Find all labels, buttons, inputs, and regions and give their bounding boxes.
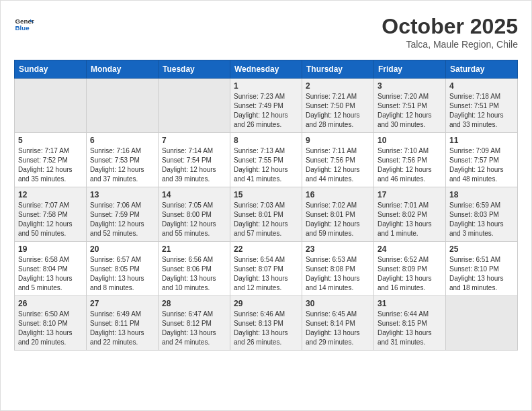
day-info: Sunrise: 7:03 AM Sunset: 8:01 PM Dayligh…: [234, 201, 298, 238]
day-number: 20: [90, 244, 154, 254]
day-number: 6: [90, 136, 154, 145]
calendar-cell: 23Sunrise: 6:53 AM Sunset: 8:08 PM Dayli…: [302, 242, 374, 296]
day-number: 23: [306, 244, 370, 254]
day-info: Sunrise: 6:49 AM Sunset: 8:11 PM Dayligh…: [90, 310, 154, 347]
calendar-week-row: 19Sunrise: 6:58 AM Sunset: 8:04 PM Dayli…: [15, 242, 518, 296]
calendar-cell: 13Sunrise: 7:06 AM Sunset: 7:59 PM Dayli…: [87, 187, 159, 242]
day-info: Sunrise: 6:57 AM Sunset: 8:05 PM Dayligh…: [90, 255, 154, 293]
calendar-week-row: 12Sunrise: 7:07 AM Sunset: 7:58 PM Dayli…: [15, 187, 518, 242]
day-info: Sunrise: 7:06 AM Sunset: 7:59 PM Dayligh…: [90, 201, 154, 238]
calendar-cell: 1Sunrise: 7:23 AM Sunset: 7:49 PM Daylig…: [230, 79, 302, 133]
day-number: 15: [234, 190, 298, 199]
day-info: Sunrise: 7:16 AM Sunset: 7:53 PM Dayligh…: [90, 146, 154, 184]
day-number: 19: [18, 244, 83, 254]
day-number: 8: [234, 136, 298, 145]
day-info: Sunrise: 6:56 AM Sunset: 8:06 PM Dayligh…: [162, 255, 226, 293]
day-number: 31: [378, 299, 442, 308]
day-number: 4: [449, 81, 514, 91]
subtitle: Talca, Maule Region, Chile: [382, 39, 518, 50]
day-number: 18: [449, 190, 514, 199]
day-number: 27: [90, 299, 154, 308]
day-info: Sunrise: 7:01 AM Sunset: 8:02 PM Dayligh…: [378, 201, 442, 238]
day-info: Sunrise: 7:20 AM Sunset: 7:51 PM Dayligh…: [378, 92, 442, 130]
calendar-cell: 21Sunrise: 6:56 AM Sunset: 8:06 PM Dayli…: [159, 242, 230, 296]
calendar-cell: 27Sunrise: 6:49 AM Sunset: 8:11 PM Dayli…: [87, 296, 159, 351]
weekday-header-monday: Monday: [87, 60, 159, 79]
month-title: October 2025: [382, 14, 518, 39]
calendar-container: General Blue October 2025 Talca, Maule R…: [0, 0, 532, 411]
day-info: Sunrise: 7:18 AM Sunset: 7:51 PM Dayligh…: [449, 92, 514, 130]
day-number: 5: [18, 136, 83, 145]
calendar-cell: 5Sunrise: 7:17 AM Sunset: 7:52 PM Daylig…: [15, 133, 87, 187]
calendar-cell: 28Sunrise: 6:47 AM Sunset: 8:12 PM Dayli…: [159, 296, 230, 351]
day-info: Sunrise: 6:46 AM Sunset: 8:13 PM Dayligh…: [234, 310, 298, 347]
day-number: 30: [306, 299, 370, 308]
day-number: 13: [90, 190, 154, 199]
calendar-cell: 22Sunrise: 6:54 AM Sunset: 8:07 PM Dayli…: [230, 242, 302, 296]
day-number: 16: [306, 190, 370, 199]
day-info: Sunrise: 7:07 AM Sunset: 7:58 PM Dayligh…: [18, 201, 83, 238]
day-info: Sunrise: 6:44 AM Sunset: 8:15 PM Dayligh…: [378, 310, 442, 347]
calendar-cell: 29Sunrise: 6:46 AM Sunset: 8:13 PM Dayli…: [230, 296, 302, 351]
calendar-cell: [159, 79, 230, 133]
day-number: 22: [234, 244, 298, 254]
day-number: 25: [449, 244, 514, 254]
weekday-header-wednesday: Wednesday: [230, 60, 302, 79]
day-number: 26: [18, 299, 83, 308]
day-number: 10: [378, 136, 442, 145]
day-number: 14: [162, 190, 226, 199]
day-info: Sunrise: 7:10 AM Sunset: 7:56 PM Dayligh…: [378, 146, 442, 184]
weekday-header-saturday: Saturday: [446, 60, 518, 79]
day-info: Sunrise: 6:45 AM Sunset: 8:14 PM Dayligh…: [306, 310, 370, 347]
day-info: Sunrise: 7:13 AM Sunset: 7:55 PM Dayligh…: [234, 146, 298, 184]
calendar-cell: 20Sunrise: 6:57 AM Sunset: 8:05 PM Dayli…: [87, 242, 159, 296]
calendar-cell: 4Sunrise: 7:18 AM Sunset: 7:51 PM Daylig…: [446, 79, 518, 133]
calendar-week-row: 1Sunrise: 7:23 AM Sunset: 7:49 PM Daylig…: [15, 79, 518, 133]
weekday-header-friday: Friday: [374, 60, 446, 79]
day-number: 2: [306, 81, 370, 91]
day-number: 29: [234, 299, 298, 308]
calendar-cell: 7Sunrise: 7:14 AM Sunset: 7:54 PM Daylig…: [159, 133, 230, 187]
day-number: 24: [378, 244, 442, 254]
calendar-cell: 6Sunrise: 7:16 AM Sunset: 7:53 PM Daylig…: [87, 133, 159, 187]
calendar-table: SundayMondayTuesdayWednesdayThursdayFrid…: [14, 60, 518, 351]
day-info: Sunrise: 6:59 AM Sunset: 8:03 PM Dayligh…: [449, 201, 514, 238]
calendar-cell: 12Sunrise: 7:07 AM Sunset: 7:58 PM Dayli…: [15, 187, 87, 242]
calendar-cell: [15, 79, 87, 133]
calendar-cell: 17Sunrise: 7:01 AM Sunset: 8:02 PM Dayli…: [374, 187, 446, 242]
calendar-cell: 26Sunrise: 6:50 AM Sunset: 8:10 PM Dayli…: [15, 296, 87, 351]
calendar-cell: 15Sunrise: 7:03 AM Sunset: 8:01 PM Dayli…: [230, 187, 302, 242]
day-info: Sunrise: 7:09 AM Sunset: 7:57 PM Dayligh…: [449, 146, 514, 184]
weekday-header-tuesday: Tuesday: [159, 60, 230, 79]
calendar-cell: 31Sunrise: 6:44 AM Sunset: 8:15 PM Dayli…: [374, 296, 446, 351]
day-info: Sunrise: 6:53 AM Sunset: 8:08 PM Dayligh…: [306, 255, 370, 293]
calendar-cell: 8Sunrise: 7:13 AM Sunset: 7:55 PM Daylig…: [230, 133, 302, 187]
weekday-header-thursday: Thursday: [302, 60, 374, 79]
calendar-cell: 10Sunrise: 7:10 AM Sunset: 7:56 PM Dayli…: [374, 133, 446, 187]
calendar-cell: [87, 79, 159, 133]
day-number: 21: [162, 244, 226, 254]
calendar-cell: 11Sunrise: 7:09 AM Sunset: 7:57 PM Dayli…: [446, 133, 518, 187]
day-number: 1: [234, 81, 298, 91]
calendar-cell: 19Sunrise: 6:58 AM Sunset: 8:04 PM Dayli…: [15, 242, 87, 296]
day-number: 12: [18, 190, 83, 199]
day-info: Sunrise: 6:52 AM Sunset: 8:09 PM Dayligh…: [378, 255, 442, 293]
day-info: Sunrise: 6:50 AM Sunset: 8:10 PM Dayligh…: [18, 310, 83, 347]
day-info: Sunrise: 7:23 AM Sunset: 7:49 PM Dayligh…: [234, 92, 298, 130]
day-info: Sunrise: 6:58 AM Sunset: 8:04 PM Dayligh…: [18, 255, 83, 293]
calendar-cell: [446, 296, 518, 351]
day-info: Sunrise: 6:54 AM Sunset: 8:07 PM Dayligh…: [234, 255, 298, 293]
title-section: October 2025 Talca, Maule Region, Chile: [382, 14, 518, 50]
day-info: Sunrise: 7:11 AM Sunset: 7:56 PM Dayligh…: [306, 146, 370, 184]
day-info: Sunrise: 6:47 AM Sunset: 8:12 PM Dayligh…: [162, 310, 226, 347]
calendar-header: General Blue October 2025 Talca, Maule R…: [14, 14, 518, 50]
calendar-cell: 18Sunrise: 6:59 AM Sunset: 8:03 PM Dayli…: [446, 187, 518, 242]
day-number: 9: [306, 136, 370, 145]
day-info: Sunrise: 7:02 AM Sunset: 8:01 PM Dayligh…: [306, 201, 370, 238]
day-number: 28: [162, 299, 226, 308]
calendar-week-row: 26Sunrise: 6:50 AM Sunset: 8:10 PM Dayli…: [15, 296, 518, 351]
calendar-cell: 24Sunrise: 6:52 AM Sunset: 8:09 PM Dayli…: [374, 242, 446, 296]
calendar-cell: 30Sunrise: 6:45 AM Sunset: 8:14 PM Dayli…: [302, 296, 374, 351]
calendar-week-row: 5Sunrise: 7:17 AM Sunset: 7:52 PM Daylig…: [15, 133, 518, 187]
day-info: Sunrise: 7:21 AM Sunset: 7:50 PM Dayligh…: [306, 92, 370, 130]
